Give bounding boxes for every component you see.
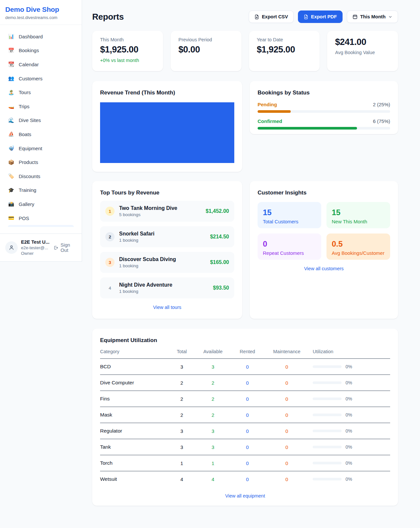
tour-bookings: 1 booking	[119, 289, 208, 294]
sign-out-label: Sign Out	[61, 242, 76, 253]
sidebar-item-reports-partial[interactable]	[8, 225, 74, 227]
period-dropdown[interactable]: This Month	[347, 10, 398, 23]
equipment-total: 2	[167, 380, 197, 386]
equipment-available: 2	[197, 380, 229, 386]
row-insights: Top Tours by Revenue 1 Two Tank Morning …	[92, 181, 398, 319]
tour-name: Snorkel Safari	[119, 231, 205, 237]
tile-label: Total Customers	[263, 219, 316, 224]
tours-island-icon: 🏝️	[8, 90, 14, 95]
tile-value: 0	[263, 239, 316, 249]
customer-insights-card: Customer Insights 15 Total Customers 15 …	[250, 181, 398, 319]
table-row: Wetsuit 4 4 0 0 0%	[100, 471, 390, 487]
page-title: Reports	[92, 12, 124, 22]
sidebar-item-dashboard[interactable]: 📊Dashboard	[4, 30, 78, 44]
sidebar-item-label: Products	[19, 159, 38, 165]
sidebar-item-bookings[interactable]: 📅Bookings	[4, 44, 78, 58]
sidebar-item-dive-sites[interactable]: 🌊Dive Sites	[4, 113, 78, 128]
tour-name: Discover Scuba Diving	[119, 256, 205, 262]
user-name: E2E Test U...	[21, 239, 50, 245]
sidebar-item-boats[interactable]: ⛵Boats	[4, 127, 78, 141]
equipment-maintenance: 0	[265, 396, 308, 402]
export-pdf-button[interactable]: Export PDF	[298, 10, 343, 23]
utilization-percent: 0%	[346, 380, 352, 385]
export-csv-label: Export CSV	[262, 14, 288, 19]
rank-badge: 2	[105, 232, 115, 241]
equipment-rented: 0	[229, 460, 265, 466]
sidebar-item-equipment[interactable]: 🤿Equipment	[4, 141, 78, 155]
tile-value: 15	[263, 208, 316, 217]
utilization-percent: 0%	[346, 477, 352, 482]
status-row-confirmed: Confirmed 6 (75%)	[258, 118, 390, 130]
equipment-total: 2	[167, 396, 197, 402]
file-download-icon	[304, 14, 308, 19]
customers-icon: 👥	[8, 75, 14, 81]
utilization-percent: 0%	[346, 460, 352, 466]
view-all-customers-link[interactable]: View all customers	[258, 266, 390, 271]
sidebar-item-discounts[interactable]: 🏷️Discounts	[4, 169, 78, 183]
stat-delta: +0% vs last month	[100, 58, 155, 63]
sidebar-item-tours[interactable]: 🏝️Tours	[4, 85, 78, 99]
equipment-total: 2	[167, 412, 197, 418]
rank-badge: 1	[105, 207, 115, 216]
stat-card-previous-period: Previous Period $0.00	[171, 31, 242, 71]
sidebar-item-customers[interactable]: 👥Customers	[4, 71, 78, 86]
sidebar-item-label: Bookings	[19, 48, 39, 53]
equipment-maintenance: 0	[265, 412, 308, 418]
top-tours-card: Top Tours by Revenue 1 Two Tank Morning …	[92, 181, 242, 319]
diving-mask-icon: 🤿	[8, 145, 14, 151]
equipment-total: 4	[167, 477, 197, 482]
sidebar-item-pos[interactable]: 💳POS	[4, 211, 78, 225]
tour-name: Two Tank Morning Dive	[119, 205, 201, 211]
equipment-available: 3	[197, 444, 229, 450]
sidebar: Demo Dive Shop demo.test.divestreams.com…	[0, 0, 82, 262]
utilization-track	[313, 365, 342, 368]
sign-out-button[interactable]: Sign Out	[53, 242, 76, 253]
sidebar-item-label: Tours	[19, 90, 31, 95]
sidebar-item-training[interactable]: 🎓Training	[4, 183, 78, 197]
top-tours-title: Top Tours by Revenue	[100, 190, 234, 196]
equipment-rented: 0	[229, 396, 265, 402]
equipment-utilization-cell: 0%	[308, 364, 390, 369]
utilization-track	[313, 478, 342, 480]
revenue-trend-card: Revenue Trend (This Month)	[92, 81, 242, 172]
sidebar-item-calendar[interactable]: 📆Calendar	[4, 57, 78, 71]
tour-name: Night Dive Adventure	[119, 282, 208, 288]
view-all-tours-link[interactable]: View all tours	[100, 305, 234, 310]
tag-icon: 🏷️	[8, 173, 14, 179]
wave-icon: 🌊	[8, 117, 14, 123]
sidebar-item-trips[interactable]: 🚤Trips	[4, 99, 78, 113]
table-row: Mask 2 2 0 0 0%	[100, 407, 390, 423]
stat-card-avg-booking-value: $241.00 Avg Booking Value	[327, 31, 398, 71]
tour-revenue: $93.50	[213, 285, 229, 291]
equipment-category: Regulator	[100, 428, 167, 434]
equipment-rented: 0	[229, 428, 265, 434]
equipment-available: 3	[197, 428, 229, 434]
tour-revenue: $165.00	[210, 259, 229, 265]
view-all-equipment-link[interactable]: View all equipment	[100, 493, 390, 498]
status-row-pending: Pending 2 (25%)	[258, 102, 390, 113]
stat-value: $241.00	[335, 37, 390, 47]
equipment-total: 3	[167, 428, 197, 434]
sidebar-item-label: Calendar	[19, 62, 39, 67]
utilization-track	[313, 462, 342, 464]
person-icon	[9, 245, 14, 251]
utilization-percent: 0%	[346, 428, 352, 434]
stat-label: Year to Date	[257, 37, 312, 42]
equipment-maintenance: 0	[265, 460, 308, 466]
column-header-available: Available	[197, 349, 229, 354]
tile-label: Repeat Customers	[263, 250, 316, 256]
tour-revenue: $1,452.00	[206, 208, 229, 214]
utilization-percent: 0%	[346, 364, 352, 369]
sidebar-item-gallery[interactable]: 📸Gallery	[4, 197, 78, 211]
sidebar-item-label: Equipment	[19, 146, 42, 151]
tour-list-item: 4 Night Dive Adventure 1 booking $93.50	[100, 277, 234, 298]
table-row: Fins 2 2 0 0 0%	[100, 391, 390, 407]
column-header-category: Category	[100, 349, 167, 354]
sidebar-item-products[interactable]: 📦Products	[4, 155, 78, 169]
equipment-category: Wetsuit	[100, 476, 167, 482]
export-csv-button[interactable]: Export CSV	[249, 10, 294, 23]
page-header: Reports Export CSV Export PDF This Month	[92, 10, 398, 23]
equipment-maintenance: 0	[265, 477, 308, 482]
sidebar-item-label: Dashboard	[19, 34, 43, 39]
equipment-total: 1	[167, 460, 197, 466]
